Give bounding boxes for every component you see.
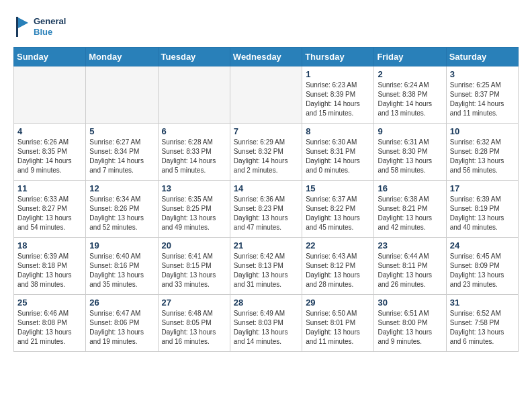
calendar-cell: 1Sunrise: 6:23 AM Sunset: 8:39 PM Daylig… <box>302 66 374 124</box>
calendar-cell: 11Sunrise: 6:33 AM Sunset: 8:27 PM Dayli… <box>14 181 86 238</box>
week-row-5: 25Sunrise: 6:46 AM Sunset: 8:08 PM Dayli… <box>14 295 519 352</box>
calendar-cell: 30Sunrise: 6:51 AM Sunset: 8:00 PM Dayli… <box>374 295 446 352</box>
day-number: 9 <box>378 126 442 136</box>
day-info: Sunrise: 6:40 AM Sunset: 8:16 PM Dayligh… <box>89 252 154 289</box>
day-number: 30 <box>378 298 442 308</box>
day-info: Sunrise: 6:41 AM Sunset: 8:15 PM Dayligh… <box>162 252 226 289</box>
day-info: Sunrise: 6:43 AM Sunset: 8:12 PM Dayligh… <box>306 252 370 289</box>
day-number: 27 <box>162 298 226 308</box>
column-header-monday: Monday <box>86 48 158 66</box>
calendar-cell: 23Sunrise: 6:44 AM Sunset: 8:11 PM Dayli… <box>374 238 446 295</box>
day-info: Sunrise: 6:23 AM Sunset: 8:39 PM Dayligh… <box>306 81 370 118</box>
day-info: Sunrise: 6:52 AM Sunset: 7:58 PM Dayligh… <box>450 309 515 347</box>
day-info: Sunrise: 6:47 AM Sunset: 8:06 PM Dayligh… <box>89 309 154 347</box>
day-number: 31 <box>450 298 515 308</box>
svg-marker-2 <box>17 17 28 29</box>
day-number: 3 <box>450 69 515 79</box>
day-number: 18 <box>17 240 82 250</box>
day-number: 11 <box>17 183 82 193</box>
calendar-cell: 14Sunrise: 6:36 AM Sunset: 8:23 PM Dayli… <box>230 181 302 238</box>
day-number: 23 <box>378 240 442 250</box>
day-number: 14 <box>234 183 298 193</box>
calendar-header-row: SundayMondayTuesdayWednesdayThursdayFrid… <box>14 48 519 66</box>
svg-text:General: General <box>34 16 66 26</box>
calendar-cell: 21Sunrise: 6:42 AM Sunset: 8:13 PM Dayli… <box>230 238 302 295</box>
calendar-cell: 2Sunrise: 6:24 AM Sunset: 8:38 PM Daylig… <box>374 66 446 124</box>
day-info: Sunrise: 6:24 AM Sunset: 8:38 PM Dayligh… <box>378 81 442 118</box>
day-info: Sunrise: 6:33 AM Sunset: 8:27 PM Dayligh… <box>17 195 82 232</box>
day-number: 12 <box>89 183 154 193</box>
day-info: Sunrise: 6:32 AM Sunset: 8:28 PM Dayligh… <box>450 138 515 175</box>
column-header-friday: Friday <box>374 48 446 66</box>
day-info: Sunrise: 6:39 AM Sunset: 8:19 PM Dayligh… <box>450 195 515 232</box>
calendar-cell: 26Sunrise: 6:47 AM Sunset: 8:06 PM Dayli… <box>86 295 158 352</box>
day-number: 7 <box>234 126 298 136</box>
calendar-cell: 28Sunrise: 6:49 AM Sunset: 8:03 PM Dayli… <box>230 295 302 352</box>
day-info: Sunrise: 6:39 AM Sunset: 8:18 PM Dayligh… <box>17 252 82 289</box>
day-number: 26 <box>89 298 154 308</box>
calendar-cell: 6Sunrise: 6:28 AM Sunset: 8:33 PM Daylig… <box>158 124 230 181</box>
day-number: 15 <box>306 183 370 193</box>
day-info: Sunrise: 6:42 AM Sunset: 8:13 PM Dayligh… <box>234 252 298 289</box>
calendar-cell <box>158 66 230 124</box>
column-header-thursday: Thursday <box>302 48 374 66</box>
day-info: Sunrise: 6:30 AM Sunset: 8:31 PM Dayligh… <box>306 138 370 175</box>
calendar-cell: 19Sunrise: 6:40 AM Sunset: 8:16 PM Dayli… <box>86 238 158 295</box>
day-number: 4 <box>17 126 82 136</box>
calendar-cell: 12Sunrise: 6:34 AM Sunset: 8:26 PM Dayli… <box>86 181 158 238</box>
logo: GeneralBlue <box>13 13 67 40</box>
calendar-cell: 24Sunrise: 6:45 AM Sunset: 8:09 PM Dayli… <box>446 238 518 295</box>
week-row-3: 11Sunrise: 6:33 AM Sunset: 8:27 PM Dayli… <box>14 181 519 238</box>
calendar-cell: 31Sunrise: 6:52 AM Sunset: 7:58 PM Dayli… <box>446 295 518 352</box>
day-info: Sunrise: 6:37 AM Sunset: 8:22 PM Dayligh… <box>306 195 370 232</box>
calendar-cell: 20Sunrise: 6:41 AM Sunset: 8:15 PM Dayli… <box>158 238 230 295</box>
column-header-sunday: Sunday <box>14 48 86 66</box>
day-number: 2 <box>378 69 442 79</box>
day-info: Sunrise: 6:25 AM Sunset: 8:37 PM Dayligh… <box>450 81 515 118</box>
day-info: Sunrise: 6:35 AM Sunset: 8:25 PM Dayligh… <box>162 195 226 232</box>
svg-text:Blue: Blue <box>34 27 52 37</box>
calendar-cell: 8Sunrise: 6:30 AM Sunset: 8:31 PM Daylig… <box>302 124 374 181</box>
day-info: Sunrise: 6:34 AM Sunset: 8:26 PM Dayligh… <box>89 195 154 232</box>
calendar-cell: 29Sunrise: 6:50 AM Sunset: 8:01 PM Dayli… <box>302 295 374 352</box>
day-info: Sunrise: 6:50 AM Sunset: 8:01 PM Dayligh… <box>306 309 370 347</box>
week-row-2: 4Sunrise: 6:26 AM Sunset: 8:35 PM Daylig… <box>14 124 519 181</box>
calendar-cell: 16Sunrise: 6:38 AM Sunset: 8:21 PM Dayli… <box>374 181 446 238</box>
week-row-1: 1Sunrise: 6:23 AM Sunset: 8:39 PM Daylig… <box>14 66 519 124</box>
calendar-cell: 4Sunrise: 6:26 AM Sunset: 8:35 PM Daylig… <box>14 124 86 181</box>
day-number: 25 <box>17 298 82 308</box>
day-number: 19 <box>89 240 154 250</box>
day-number: 21 <box>234 240 298 250</box>
calendar-cell: 5Sunrise: 6:27 AM Sunset: 8:34 PM Daylig… <box>86 124 158 181</box>
calendar-cell: 25Sunrise: 6:46 AM Sunset: 8:08 PM Dayli… <box>14 295 86 352</box>
day-number: 10 <box>450 126 515 136</box>
day-info: Sunrise: 6:27 AM Sunset: 8:34 PM Dayligh… <box>89 138 154 175</box>
calendar-cell: 22Sunrise: 6:43 AM Sunset: 8:12 PM Dayli… <box>302 238 374 295</box>
calendar-cell <box>86 66 158 124</box>
day-number: 17 <box>450 183 515 193</box>
logo-svg: GeneralBlue <box>13 13 67 40</box>
column-header-tuesday: Tuesday <box>158 48 230 66</box>
svg-rect-3 <box>16 17 18 37</box>
day-number: 8 <box>306 126 370 136</box>
day-number: 5 <box>89 126 154 136</box>
day-number: 28 <box>234 298 298 308</box>
calendar-cell <box>14 66 86 124</box>
day-info: Sunrise: 6:36 AM Sunset: 8:23 PM Dayligh… <box>234 195 298 232</box>
day-info: Sunrise: 6:45 AM Sunset: 8:09 PM Dayligh… <box>450 252 515 289</box>
day-info: Sunrise: 6:28 AM Sunset: 8:33 PM Dayligh… <box>162 138 226 175</box>
day-number: 16 <box>378 183 442 193</box>
day-info: Sunrise: 6:51 AM Sunset: 8:00 PM Dayligh… <box>378 309 442 347</box>
calendar-cell: 17Sunrise: 6:39 AM Sunset: 8:19 PM Dayli… <box>446 181 518 238</box>
column-header-wednesday: Wednesday <box>230 48 302 66</box>
column-header-saturday: Saturday <box>446 48 518 66</box>
week-row-4: 18Sunrise: 6:39 AM Sunset: 8:18 PM Dayli… <box>14 238 519 295</box>
day-number: 24 <box>450 240 515 250</box>
calendar-cell: 7Sunrise: 6:29 AM Sunset: 8:32 PM Daylig… <box>230 124 302 181</box>
day-number: 22 <box>306 240 370 250</box>
day-info: Sunrise: 6:38 AM Sunset: 8:21 PM Dayligh… <box>378 195 442 232</box>
calendar-cell: 27Sunrise: 6:48 AM Sunset: 8:05 PM Dayli… <box>158 295 230 352</box>
calendar-cell: 15Sunrise: 6:37 AM Sunset: 8:22 PM Dayli… <box>302 181 374 238</box>
calendar-cell: 9Sunrise: 6:31 AM Sunset: 8:30 PM Daylig… <box>374 124 446 181</box>
day-info: Sunrise: 6:31 AM Sunset: 8:30 PM Dayligh… <box>378 138 442 175</box>
